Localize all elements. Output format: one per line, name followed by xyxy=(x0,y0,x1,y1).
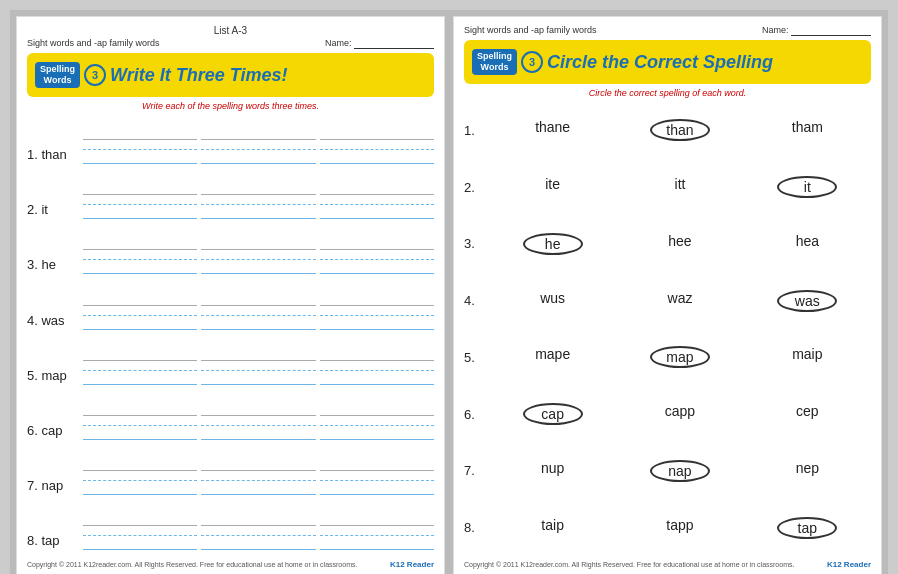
page1-subtitle: Sight words and -ap family words xyxy=(27,38,160,49)
circle-num: 5. xyxy=(464,350,489,365)
word-label: 6. cap xyxy=(27,423,79,440)
circle-word-option: it xyxy=(777,176,837,198)
word-row: 5. map xyxy=(27,336,434,385)
word-label: 8. tap xyxy=(27,533,79,550)
circle-word-option: than xyxy=(650,119,710,141)
circle-num: 3. xyxy=(464,236,489,251)
page2-subtitle: Sight words and -ap family words xyxy=(464,25,597,36)
circle-word-row: 4.wuswazwas xyxy=(464,272,871,329)
page1: List A-3 Sight words and -ap family word… xyxy=(16,16,445,574)
circle-word-option: nep xyxy=(777,460,837,482)
word-label: 5. map xyxy=(27,368,79,385)
circle-word-option: wus xyxy=(523,290,583,312)
page2-week-badge: 3 xyxy=(521,51,543,73)
circle-word-option: ite xyxy=(523,176,583,198)
page2-banner-subtitle: Circle the correct spelling of each word… xyxy=(464,88,871,98)
page2-banner: Spelling Words 3 Circle the Correct Spel… xyxy=(464,40,871,84)
circle-word-option: cap xyxy=(523,403,583,425)
circle-num: 7. xyxy=(464,463,489,478)
circle-word-option: tapp xyxy=(650,517,710,539)
list-label: List A-3 xyxy=(27,25,434,36)
page2-banner-title-area: Circle the Correct Spelling xyxy=(547,52,773,73)
circle-num: 4. xyxy=(464,293,489,308)
circle-word-option: cep xyxy=(777,403,837,425)
word-label: 1. than xyxy=(27,147,79,164)
circle-word-option: was xyxy=(777,290,837,312)
circle-word-option: tham xyxy=(777,119,837,141)
word-label: 2. it xyxy=(27,202,79,219)
word-row: 8. tap xyxy=(27,501,434,550)
page1-title: Write It Three Times! xyxy=(110,65,287,86)
circle-word-option: map xyxy=(650,346,710,368)
page2-footer: Copyright © 2011 K12reader.com. All Righ… xyxy=(464,560,871,569)
word-label: 3. he xyxy=(27,257,79,274)
circle-word-option: itt xyxy=(650,176,710,198)
circle-word-row: 1.thanethantham xyxy=(464,102,871,159)
circle-word-row: 3.heheehea xyxy=(464,216,871,273)
word-row: 7. nap xyxy=(27,446,434,495)
word-label: 7. nap xyxy=(27,478,79,495)
circle-word-option: mape xyxy=(523,346,583,368)
circle-word-option: nup xyxy=(523,460,583,482)
circle-word-option: hee xyxy=(650,233,710,255)
circle-word-option: thane xyxy=(523,119,583,141)
circle-word-row: 5.mapemapmaip xyxy=(464,329,871,386)
page1-footer: Copyright © 2011 K12reader.com. All Righ… xyxy=(27,560,434,569)
circle-word-option: he xyxy=(523,233,583,255)
circle-word-option: hea xyxy=(777,233,837,255)
circle-num: 2. xyxy=(464,180,489,195)
circle-word-option: waz xyxy=(650,290,710,312)
page1-name: Name: xyxy=(325,38,434,49)
page1-meta: Sight words and -ap family words Name: xyxy=(27,38,434,49)
circle-num: 6. xyxy=(464,407,489,422)
circle-word-option: maip xyxy=(777,346,837,368)
circle-word-option: capp xyxy=(650,403,710,425)
page1-banner-subtitle: Write each of the spelling words three t… xyxy=(27,101,434,111)
page2-spelling-words-box: Spelling Words xyxy=(472,49,517,75)
word-row: 3. he xyxy=(27,225,434,274)
circle-word-option: tap xyxy=(777,517,837,539)
worksheet-container: List A-3 Sight words and -ap family word… xyxy=(10,10,888,574)
banner-title-area: Write It Three Times! xyxy=(110,65,287,86)
circle-word-row: 6.capcappcep xyxy=(464,386,871,443)
word-row: 4. was xyxy=(27,280,434,329)
page2-meta: Sight words and -ap family words Name: xyxy=(464,25,871,36)
page1-banner: Spelling Words 3 Write It Three Times! xyxy=(27,53,434,97)
circle-word-option: nap xyxy=(650,460,710,482)
word-label: 4. was xyxy=(27,313,79,330)
spelling-words-box: Spelling Words xyxy=(35,62,80,88)
circle-word-row: 8.taiptapptap xyxy=(464,499,871,556)
word-row: 2. it xyxy=(27,170,434,219)
word-row: 6. cap xyxy=(27,391,434,440)
circle-word-option: taip xyxy=(523,517,583,539)
circle-word-row: 2.iteittit xyxy=(464,159,871,216)
page2: Sight words and -ap family words Name: S… xyxy=(453,16,882,574)
circle-num: 8. xyxy=(464,520,489,535)
page2-words: 1.thanethantham2.iteittit3.heheehea4.wus… xyxy=(464,102,871,556)
circle-word-row: 7.nupnapnep xyxy=(464,443,871,500)
page1-words: 1. than2. it3. he4. was5. map6. cap7. na… xyxy=(27,115,434,556)
word-row: 1. than xyxy=(27,115,434,164)
page2-title: Circle the Correct Spelling xyxy=(547,52,773,73)
page2-name: Name: xyxy=(762,25,871,36)
circle-num: 1. xyxy=(464,123,489,138)
week-badge: 3 xyxy=(84,64,106,86)
